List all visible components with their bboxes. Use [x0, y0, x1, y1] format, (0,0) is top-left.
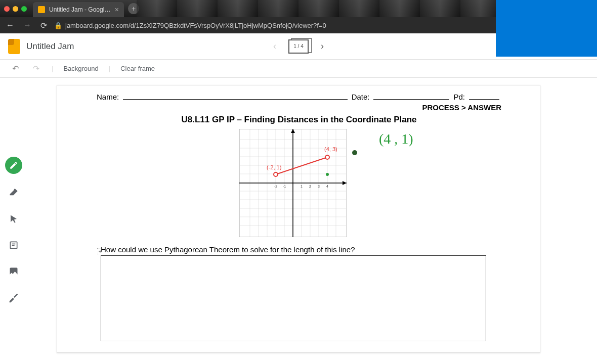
- url-text: jamboard.google.com/d/1ZsXiZ79QBzkdtVFsV…: [65, 22, 326, 29]
- close-tab-icon[interactable]: ×: [115, 6, 119, 14]
- window-controls: [4, 6, 27, 12]
- new-tab-button[interactable]: +: [128, 3, 139, 14]
- edit-toolbar: ↶ ↷ | Background | Clear frame: [0, 60, 597, 78]
- date-blank: [373, 99, 449, 100]
- lock-icon: 🔒: [54, 22, 62, 29]
- worksheet-title: U8.L11 GP IP – Finding Distances in the …: [97, 115, 501, 125]
- drawing-tools: [5, 157, 22, 305]
- pd-blank: [469, 99, 499, 100]
- forward-button[interactable]: →: [21, 20, 33, 31]
- expand-handle-icon[interactable]: +: [97, 248, 103, 254]
- select-tool[interactable]: [6, 211, 21, 226]
- svg-text:2: 2: [309, 185, 311, 188]
- jam-canvas[interactable]: Name: Date: Pd: PROCESS > ANSWER U8.L11 …: [57, 85, 540, 353]
- clear-frame-button[interactable]: Clear frame: [120, 65, 155, 72]
- frame-count: 1 / 4: [293, 43, 303, 49]
- point-a-label: (-2, 1): [267, 164, 281, 170]
- image-tool[interactable]: [6, 264, 21, 279]
- blue-overlay: [496, 0, 597, 57]
- date-label: Date:: [352, 93, 370, 101]
- laser-tool[interactable]: [6, 290, 21, 305]
- close-window[interactable]: [4, 6, 10, 12]
- minimize-window[interactable]: [13, 6, 18, 12]
- svg-point-37: [326, 173, 329, 176]
- point-b-label: (4, 3): [324, 146, 337, 152]
- pen-tool[interactable]: [5, 157, 22, 174]
- maximize-window[interactable]: [21, 6, 27, 12]
- frame-indicator[interactable]: 1 / 4: [288, 39, 309, 54]
- background-button[interactable]: Background: [63, 65, 98, 72]
- svg-text:3: 3: [318, 185, 320, 188]
- url-field[interactable]: 🔒 jamboard.google.com/d/1ZsXiZ79QBzkdtVF…: [54, 22, 326, 29]
- next-frame-button[interactable]: ›: [319, 39, 326, 54]
- tab-title: Untitled Jam - Google Jamboa: [49, 6, 111, 13]
- svg-point-36: [325, 155, 329, 159]
- jamboard-favicon: [38, 6, 45, 13]
- name-label: Name:: [97, 93, 119, 101]
- name-blank: [123, 99, 347, 100]
- answer-box: [101, 255, 486, 341]
- back-button[interactable]: ←: [4, 20, 16, 31]
- browser-tab[interactable]: Untitled Jam - Google Jamboa ×: [33, 2, 124, 17]
- svg-point-35: [274, 172, 278, 176]
- pd-label: Pd:: [453, 93, 465, 101]
- process-header: PROCESS > ANSWER: [97, 103, 501, 112]
- svg-text:1: 1: [301, 185, 303, 188]
- undo-button[interactable]: ↶: [10, 64, 21, 73]
- decorative-bg: [137, 0, 496, 17]
- jamboard-logo-icon[interactable]: [8, 39, 20, 54]
- coordinate-plane: -2-1 1234 (-2, 1) (4, 3): [239, 129, 347, 237]
- svg-text:-2: -2: [274, 185, 277, 188]
- sticky-note-tool[interactable]: [6, 238, 21, 253]
- question-text: How could we use Pythagorean Theorem to …: [101, 245, 355, 254]
- redo-button[interactable]: ↷: [31, 64, 41, 73]
- frame-pager: ‹ 1 / 4 ›: [271, 39, 326, 54]
- eraser-tool[interactable]: [6, 185, 21, 200]
- prev-frame-button[interactable]: ‹: [271, 39, 278, 54]
- handwritten-coord: (4 , 1): [379, 131, 413, 147]
- svg-text:-1: -1: [283, 185, 286, 188]
- worksheet-content: Name: Date: Pd: PROCESS > ANSWER U8.L11 …: [97, 93, 501, 125]
- document-title[interactable]: Untitled Jam: [26, 41, 74, 52]
- svg-text:4: 4: [326, 185, 328, 188]
- pen-cursor-icon: [352, 150, 357, 155]
- reload-button[interactable]: ⟳: [38, 20, 49, 31]
